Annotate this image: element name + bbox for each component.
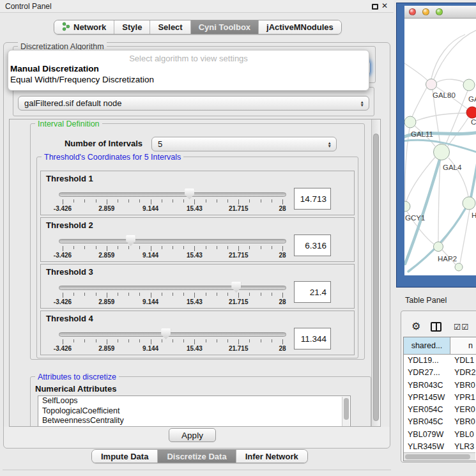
table-row[interactable]: YDL19...YDL1 bbox=[404, 355, 476, 367]
table-row[interactable]: YLR345WYLR3 bbox=[404, 441, 476, 453]
network-edge[interactable] bbox=[438, 160, 440, 242]
table-row[interactable]: YBR045CYBR0 bbox=[404, 416, 476, 428]
cell-shared-name: YBL079W bbox=[408, 429, 443, 441]
list-scrollbar-thumb[interactable] bbox=[344, 398, 349, 420]
network-edge[interactable] bbox=[406, 157, 435, 201]
tick-mark bbox=[183, 246, 184, 249]
tick-mark bbox=[282, 246, 283, 251]
thresholds-group-title: Threshold's Coordinates for 5 Intervals bbox=[42, 153, 183, 162]
tick-mark bbox=[194, 246, 195, 251]
tick-label: 15.43 bbox=[187, 298, 203, 305]
list-scrollbar[interactable] bbox=[342, 397, 349, 426]
network-node-gal80[interactable] bbox=[426, 79, 437, 90]
dropdown-option-equal-width-frequency[interactable]: Equal Width/Frequency Discretization bbox=[10, 75, 154, 84]
table-horizontal-scrollbar[interactable] bbox=[404, 452, 475, 461]
tab-label: Network bbox=[73, 22, 106, 32]
tick-mark bbox=[261, 293, 261, 296]
tab-network[interactable]: Network bbox=[54, 20, 114, 34]
node-label: C bbox=[471, 118, 476, 126]
table-row[interactable]: YPR145WYPR1 bbox=[404, 392, 476, 404]
tick-mark bbox=[282, 199, 283, 204]
network-edge[interactable] bbox=[416, 113, 466, 121]
column-header-shared-name[interactable]: shared... bbox=[404, 337, 450, 355]
zoom-traffic-light[interactable] bbox=[436, 8, 443, 15]
network-node-gcy1[interactable] bbox=[404, 201, 410, 211]
tab-jactivemnodules[interactable]: jActiveMNodules bbox=[259, 20, 341, 34]
network-canvas[interactable]: GAL80GACGAL11GAL4GCY1HHAP2 bbox=[404, 19, 476, 275]
network-node-hap2[interactable] bbox=[434, 242, 443, 252]
list-item-betweennesscentrality[interactable]: BetweennessCentrality bbox=[38, 416, 350, 426]
tab-cyni-toolbox[interactable]: Cyni Toolbox bbox=[191, 20, 259, 34]
network-edge[interactable] bbox=[405, 128, 410, 201]
gear-icon[interactable]: ⚙ bbox=[411, 320, 420, 332]
algorithm-dropdown-popup: Select algorithm to view settings Manual… bbox=[8, 50, 369, 91]
slider-thumb[interactable] bbox=[161, 328, 171, 339]
network-edge[interactable] bbox=[460, 210, 470, 263]
tab-discretize-data[interactable]: Discretize Data bbox=[158, 450, 236, 463]
close-traffic-light[interactable] bbox=[409, 8, 416, 15]
tick-label: 28 bbox=[279, 298, 286, 305]
tick-mark bbox=[107, 293, 107, 298]
cell-shared-name: YBR045C bbox=[408, 416, 443, 428]
network-edge[interactable] bbox=[404, 63, 428, 81]
tick-mark bbox=[162, 246, 162, 249]
network-edge[interactable] bbox=[412, 88, 427, 117]
table-row[interactable]: YER054CYER0 bbox=[404, 404, 476, 416]
threshold-value-field[interactable]: 14.713 bbox=[294, 188, 331, 210]
close-icon[interactable]: ✕ bbox=[381, 1, 388, 10]
tick-mark bbox=[249, 199, 250, 203]
table-row[interactable]: YBL079WYBL0 bbox=[404, 429, 476, 441]
slider-track[interactable] bbox=[59, 192, 286, 197]
network-node-c[interactable] bbox=[466, 107, 476, 118]
network-node-gal4[interactable] bbox=[434, 144, 450, 160]
tick-label: 21.715 bbox=[229, 205, 249, 212]
cell-shared-name: YER054C bbox=[408, 404, 443, 416]
slider-thumb[interactable] bbox=[231, 282, 241, 293]
network-edge[interactable] bbox=[436, 79, 465, 83]
tab-impute-data[interactable]: Impute Data bbox=[92, 450, 158, 463]
panel-scrollbar-thumb[interactable] bbox=[373, 134, 379, 421]
tick-mark bbox=[162, 293, 162, 296]
slider-track[interactable] bbox=[59, 239, 286, 243]
table-data-combo[interactable]: galFiltered.sif default node ▲▼ bbox=[18, 96, 369, 111]
threshold-value-field[interactable]: 21.4 bbox=[294, 281, 331, 303]
apply-button[interactable]: Apply bbox=[169, 428, 216, 442]
slider-thumb[interactable] bbox=[185, 188, 194, 199]
float-window-icon[interactable] bbox=[372, 4, 378, 10]
numerical-attributes-list[interactable]: SelfLoopsTopologicalCoefficientBetweenne… bbox=[38, 395, 351, 427]
tick-mark bbox=[73, 199, 74, 203]
checkbox-icons[interactable]: ☑☑ bbox=[454, 322, 469, 332]
network-node-h[interactable] bbox=[463, 197, 475, 210]
table-row[interactable]: YDR27...YDR2 bbox=[404, 367, 476, 379]
threshold-value-field[interactable]: 6.316 bbox=[294, 234, 331, 256]
slider-track[interactable] bbox=[59, 286, 286, 290]
table-header-row: shared... n bbox=[404, 337, 476, 355]
tab-style[interactable]: Style bbox=[114, 20, 150, 34]
tick-mark bbox=[249, 246, 250, 249]
panel-scrollbar[interactable] bbox=[371, 119, 380, 426]
bottom-tab-bar: Impute DataDiscretize DataInfer Network bbox=[91, 449, 308, 463]
network-node-ga[interactable] bbox=[463, 79, 475, 91]
list-item-topologicalcoefficient[interactable]: TopologicalCoefficient bbox=[38, 406, 350, 417]
tick-label: 9.144 bbox=[142, 298, 158, 305]
tab-infer-network[interactable]: Infer Network bbox=[236, 450, 307, 463]
column-header-name[interactable]: n bbox=[450, 337, 476, 355]
threshold-value-field[interactable]: 11.344 bbox=[294, 328, 331, 349]
network-node[interactable] bbox=[455, 263, 463, 271]
table-row[interactable]: YBR043CYBR0 bbox=[404, 380, 476, 392]
top-tab-bar: NetworkStyleSelectCyni ToolboxjActiveMNo… bbox=[54, 20, 342, 35]
cell-name: YPR1 bbox=[454, 392, 475, 404]
slider-track[interactable] bbox=[59, 332, 286, 337]
network-node-gal11[interactable] bbox=[404, 116, 416, 128]
tick-label: -3.426 bbox=[54, 252, 72, 259]
network-edge[interactable] bbox=[434, 30, 476, 79]
tick-mark bbox=[227, 293, 228, 296]
tick-label: 9.144 bbox=[142, 252, 158, 259]
slider-thumb[interactable] bbox=[126, 235, 135, 246]
dropdown-option-manual-discretization[interactable]: Manual Discretization bbox=[10, 64, 99, 73]
table-horizontal-scrollbar-thumb[interactable] bbox=[405, 454, 470, 459]
list-item-selfloops[interactable]: SelfLoops bbox=[38, 396, 350, 406]
columns-icon[interactable] bbox=[431, 322, 441, 332]
tab-select[interactable]: Select bbox=[150, 20, 190, 34]
minimize-traffic-light[interactable] bbox=[422, 8, 429, 15]
